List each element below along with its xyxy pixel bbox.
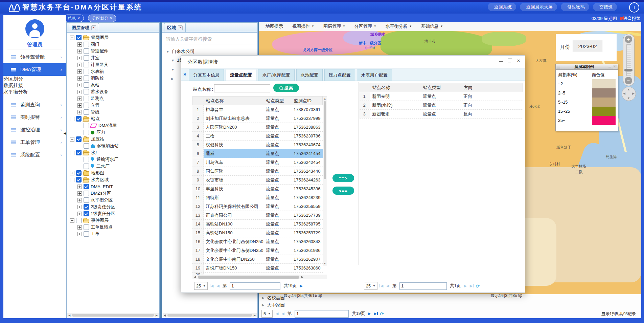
checkbox[interactable]	[76, 35, 82, 40]
table-row[interactable]: 8 同仁医院 流量点 17536243440	[192, 167, 323, 176]
tree-item[interactable]: 监测点	[68, 95, 158, 102]
tree-item[interactable]: 站点	[68, 115, 158, 122]
tree-item[interactable]: 工单反馈点	[68, 224, 158, 231]
tree-item[interactable]: DMZs分区	[68, 190, 158, 197]
checkbox[interactable]	[84, 48, 89, 54]
checkbox[interactable]	[84, 96, 89, 101]
pan-up-icon[interactable]: ▲	[627, 88, 630, 91]
prev-page-icon[interactable]: ◀	[216, 284, 219, 288]
sidebar-item[interactable]: 数据挂接 ›	[3, 82, 66, 89]
dialog-tab[interactable]: 水表用户配置	[357, 69, 392, 81]
horizontal-scrollbar[interactable]: ◀ ▶	[163, 313, 257, 317]
sidebar-item[interactable]: 监测查询 ›	[3, 99, 66, 111]
dialog-tab[interactable]: 水池配置	[296, 69, 323, 81]
header-action-button[interactable]: 修改密码	[561, 3, 589, 11]
tree-item[interactable]: 管线	[68, 109, 158, 115]
map-menu-item[interactable]: 水平衡分析 ▼	[386, 23, 412, 29]
expand-toggle-icon[interactable]	[77, 83, 82, 87]
map-zoom-control[interactable]: + −	[623, 34, 635, 86]
dialog-tab[interactable]: 压力点配置	[324, 69, 355, 81]
checkbox[interactable]	[84, 197, 89, 203]
checkbox[interactable]	[84, 164, 89, 169]
dialog-tab[interactable]: 分区基本信息	[189, 69, 224, 81]
first-page-icon[interactable]: ◀	[211, 284, 213, 288]
table-row[interactable]: 2 刘庄加压站出站水总表 流量点 17536237999	[192, 114, 323, 123]
sidebar-item[interactable]: DMA管理 ›	[3, 63, 66, 76]
chevron-right-icon[interactable]: ▶	[171, 77, 174, 81]
table-row[interactable]: 1 新团光明 流量点 正向	[359, 92, 523, 101]
checkbox[interactable]	[76, 177, 82, 182]
table-row[interactable]: 4 三枪 流量点 17536239786	[192, 132, 323, 141]
expand-toggle-icon[interactable]	[77, 103, 82, 108]
checkbox[interactable]	[76, 116, 82, 122]
scrollbar-thumb[interactable]	[324, 101, 326, 179]
checkbox[interactable]	[76, 136, 82, 142]
checkbox[interactable]	[84, 89, 89, 94]
scroll-right-icon[interactable]: ▶	[300, 275, 305, 279]
scrollbar-thumb[interactable]	[198, 276, 299, 279]
close-icon[interactable]	[613, 65, 617, 69]
sidebar-item[interactable]: 分区划分 ›	[3, 76, 66, 82]
tree-item[interactable]: 事件图层	[68, 217, 158, 224]
scroll-down-icon[interactable]: ▼	[323, 262, 327, 265]
table-row[interactable]: 3 人民医院DN200 流量点 17536238863	[192, 123, 323, 132]
zoom-in-icon[interactable]: +	[625, 36, 632, 43]
checkbox[interactable]	[76, 150, 82, 155]
table-row[interactable]: 9 农贸市场 流量点 17536244263	[192, 176, 323, 185]
table-row[interactable]: 1 裕华晋丰 流量点 17387070361	[192, 105, 323, 114]
sidebar-collapse-icon[interactable]: ◀	[64, 131, 66, 135]
close-icon[interactable]: ×	[110, 16, 112, 21]
horizontal-scrollbar[interactable]: ◀ ▶	[67, 313, 159, 317]
refresh-icon[interactable]: ⟳	[380, 311, 384, 317]
table-row[interactable]: 10 丰盈科技 流量点 17536245396	[192, 185, 323, 193]
expand-toggle-icon[interactable]	[77, 185, 82, 189]
expand-toggle-icon[interactable]	[70, 137, 74, 142]
expand-toggle-icon[interactable]	[77, 63, 82, 67]
region-tree-node[interactable]: ▼ 自来水公司	[162, 47, 257, 56]
region-panel-tab[interactable]: 区域	[164, 23, 186, 32]
layer-panel-tab[interactable]: 图层管理	[69, 23, 99, 32]
minimize-icon[interactable]	[608, 65, 612, 68]
chevron-right-icon[interactable]: ▶	[262, 303, 264, 307]
first-page-icon[interactable]: ◀	[276, 311, 278, 316]
drag-handle-icon[interactable]	[557, 65, 560, 68]
prev-page-icon[interactable]: ◀	[386, 284, 389, 288]
expand-toggle-icon[interactable]	[70, 117, 74, 121]
first-page-icon[interactable]: ◀	[381, 284, 383, 288]
expand-toggle-icon[interactable]	[77, 198, 82, 202]
pan-down-icon[interactable]: ▼	[627, 96, 630, 100]
close-icon[interactable]	[517, 59, 520, 63]
table-row[interactable]: 11 阿特斯 流量点 17536248239	[192, 193, 323, 202]
checkbox[interactable]	[84, 130, 89, 135]
tree-item[interactable]: 水表箱	[68, 68, 158, 75]
map-menu-item[interactable]: 图层管理 ▼	[323, 23, 345, 29]
checkbox[interactable]	[84, 123, 89, 128]
station-name-input[interactable]	[214, 84, 270, 92]
header-action-button[interactable]: 交接班	[593, 3, 617, 11]
maximize-icon[interactable]	[508, 59, 512, 63]
last-page-icon[interactable]: ▶	[374, 311, 377, 316]
tree-item[interactable]: 工单	[68, 231, 158, 237]
checkbox[interactable]	[76, 218, 82, 223]
chevron-down-icon[interactable]: ▼	[166, 50, 169, 53]
refresh-icon[interactable]: ⟳	[476, 283, 480, 289]
chevron-down-icon[interactable]: ▼	[171, 59, 175, 62]
expand-toggle-icon[interactable]	[70, 171, 74, 175]
region-search-input[interactable]	[165, 34, 255, 44]
minimize-icon[interactable]	[499, 59, 503, 63]
tree-item[interactable]: 水力区域	[68, 176, 158, 183]
pan-left-icon[interactable]: ◀	[623, 92, 625, 95]
tree-item[interactable]: 通榆河水厂	[68, 156, 158, 163]
table-row[interactable]: 6 通威 流量点 17536241454	[192, 149, 323, 158]
page-number-input[interactable]	[399, 282, 447, 290]
table-row[interactable]: 15 高铁站DN150 流量点 17536259729	[192, 229, 323, 237]
tree-item[interactable]: 立管	[68, 102, 158, 109]
tree-item[interactable]: 管道配件	[68, 48, 158, 55]
move-right-button[interactable]: ==>	[332, 174, 354, 182]
expand-toggle-icon[interactable]	[70, 218, 74, 223]
checkbox[interactable]	[84, 143, 89, 149]
checkbox[interactable]	[84, 76, 89, 81]
tree-item[interactable]: 地形图	[68, 170, 158, 176]
tree-item[interactable]: 压力	[68, 129, 158, 136]
tree-item[interactable]: 泵站	[68, 82, 158, 88]
